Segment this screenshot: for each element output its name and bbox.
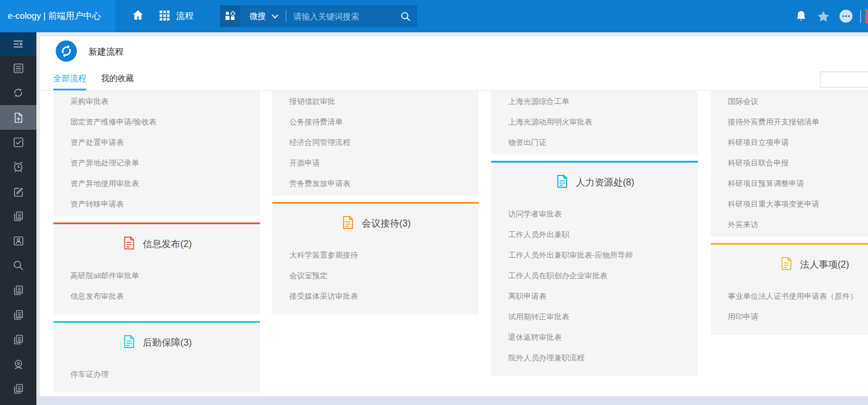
sidebar-item-pending[interactable] (0, 154, 36, 179)
home-button[interactable] (131, 9, 144, 24)
workflow-item[interactable]: 资产异地处理记录单 (53, 153, 260, 173)
workflow-item[interactable]: 用印申请 (711, 306, 868, 327)
workflow-item[interactable]: 公务接待费清单 (272, 112, 479, 132)
home-icon (131, 9, 144, 24)
workflow-item[interactable]: 院外人员办理兼职流程 (491, 347, 698, 368)
category-card: 人力资源处(8)访问学者审批表工作人员外出兼职工作人员外出兼职审批表-应物所导师… (491, 161, 698, 376)
document-icon (779, 256, 794, 274)
workflow-item[interactable]: 报销借款审批 (272, 91, 479, 112)
category-header[interactable]: 法人事项(2) (711, 245, 868, 274)
sidebar-item-docs-1[interactable] (0, 278, 36, 302)
workflow-item[interactable]: 退休返聘审批表 (491, 327, 698, 347)
workflow-circle-icon (56, 41, 77, 64)
copy-icon (12, 210, 25, 222)
navbar-right-icons (794, 0, 868, 32)
workflow-item[interactable]: 会议室预定 (272, 265, 479, 286)
workflow-item[interactable]: 停车证办理 (53, 364, 260, 384)
sidebar-item-workflow-sync[interactable] (0, 80, 36, 105)
todo-check-icon (12, 136, 25, 148)
copy-icon (12, 383, 25, 395)
sidebar-item-draft[interactable] (0, 179, 36, 204)
category-header[interactable]: 后勤保障(3) (53, 323, 260, 352)
category-title: 信息发布(2) (143, 238, 192, 251)
category-card-scrolled: 国际会议接待外宾费用开支报销清单科研项目立项申请科研项目联合申报科研项目预算调整… (711, 91, 868, 237)
bell-icon[interactable] (794, 9, 808, 23)
search-scope-icon[interactable] (220, 5, 240, 27)
tab-my-favorites[interactable]: 我的收藏 (101, 68, 134, 90)
document-icon (555, 174, 570, 191)
ellipsis-circle-icon[interactable] (839, 9, 853, 23)
sidebar-item-docs-2[interactable] (0, 302, 36, 327)
sidebar-item-contacts[interactable] (0, 228, 36, 253)
search-icon[interactable] (400, 11, 411, 22)
category-card-scrolled: 报销借款审批公务接待费清单经济合同管理流程开票申请劳务费发放申请表 (272, 91, 479, 195)
sidebar-item-docs-3[interactable] (0, 327, 36, 352)
left-sidebar (0, 32, 36, 405)
search-scope-label[interactable]: 微搜 (249, 11, 266, 22)
grid-menu-icon (158, 9, 171, 23)
workflow-item[interactable]: 科研项目重大事项变更申请 (711, 194, 868, 214)
chevron-down-icon[interactable] (271, 14, 279, 19)
workflow-item[interactable]: 开票申请 (272, 153, 479, 173)
document-icon (340, 215, 356, 232)
workflow-item[interactable]: 劳务费发放申请表 (272, 173, 479, 194)
workflow-item[interactable]: 科研项目立项申请 (711, 132, 868, 153)
sidebar-item-new-workflow[interactable] (0, 105, 36, 130)
workflow-item[interactable]: 科研项目预算调整申请 (711, 173, 868, 194)
workflow-item[interactable]: 科研项目联合申报 (711, 153, 868, 173)
sidebar-item-form[interactable] (0, 56, 36, 80)
workflow-item[interactable]: 资产转移申请表 (53, 194, 260, 214)
sidebar-item-monitor[interactable] (0, 352, 36, 376)
workflow-list: 国际会议接待外宾费用开支报销清单科研项目立项申请科研项目联合申报科研项目预算调整… (711, 91, 868, 235)
search-icon (12, 259, 25, 272)
workflow-item[interactable]: 工作人员外出兼职 (491, 224, 698, 245)
category-title: 人力资源处(8) (576, 177, 634, 189)
sidebar-item-menu-toggle[interactable] (0, 32, 36, 56)
workflow-item[interactable]: 经济合同管理流程 (272, 132, 479, 153)
alarm-clock-icon (12, 160, 25, 173)
star-icon[interactable] (816, 9, 830, 23)
workflow-item[interactable]: 上海光源动用明火审批表 (491, 112, 698, 132)
tab-all-workflows[interactable]: 全部流程 (53, 68, 86, 90)
category-header[interactable]: 会议接待(3) (272, 204, 479, 233)
workflow-item[interactable]: 物资出门证 (491, 132, 698, 153)
filter-search-input[interactable] (820, 72, 868, 87)
workflow-item[interactable]: 外宾来访 (711, 214, 868, 235)
workflow-item[interactable]: 工作人员外出兼职审批表-应物所导师 (491, 245, 698, 265)
top-navbar: e-cology | 前端用户中心 流程 微搜 (0, 0, 868, 32)
category-header[interactable]: 信息发布(2) (53, 224, 260, 254)
category-header[interactable]: 人力资源处(8) (491, 163, 698, 192)
nav-process[interactable]: 流程 (158, 9, 194, 23)
id-card-icon (12, 235, 25, 247)
avatar-edge[interactable] (865, 9, 868, 23)
workflow-item[interactable]: 大科学装置参观接待 (272, 245, 479, 265)
workflow-item[interactable]: 接待外宾费用开支报销清单 (711, 112, 868, 132)
workflow-list: 访问学者审批表工作人员外出兼职工作人员外出兼职审批表-应物所导师工作人员在职创办… (491, 204, 698, 368)
new-document-icon (12, 112, 25, 124)
workflow-item[interactable]: 国际会议 (711, 91, 868, 112)
workflow-item[interactable]: 离职申请表 (491, 286, 698, 306)
workflow-item[interactable]: 资产处置申请表 (53, 132, 260, 153)
category-card: 会议接待(3)大科学装置参观接待会议室预定接受媒体采访审批表 (272, 202, 479, 315)
workflow-item[interactable]: 工作人员在职创办企业审批表 (491, 265, 698, 286)
workflow-item[interactable]: 上海光源综合工单 (491, 91, 698, 112)
workflow-item[interactable]: 资产异地使用审批表 (53, 173, 260, 194)
workflow-item[interactable]: 信息发布审批表 (53, 286, 260, 306)
sidebar-item-todo[interactable] (0, 130, 36, 154)
workflow-item[interactable]: 接受媒体采访审批表 (272, 286, 479, 306)
sidebar-item-docs-4[interactable] (0, 376, 36, 401)
horizontal-scrollbar[interactable] (36, 396, 868, 405)
workflow-item[interactable]: 采购审批表 (53, 91, 260, 112)
workflow-item[interactable]: 事业单位法人证书使用申请表（原件） (711, 286, 868, 306)
workflow-item[interactable]: 固定资产维修申请/验收表 (53, 112, 260, 132)
workflow-item[interactable]: 访问学者审批表 (491, 204, 698, 224)
form-icon (12, 62, 25, 75)
workflow-item[interactable]: 高研院all邮件审批单 (53, 265, 260, 286)
keyword-search-input[interactable] (293, 12, 400, 21)
workflow-list: 报销借款审批公务接待费清单经济合同管理流程开票申请劳务费发放申请表 (272, 91, 479, 194)
brand-logo: e-cology | 前端用户中心 (0, 0, 115, 32)
sidebar-item-handled[interactable] (0, 204, 36, 228)
category-column-4: 国际会议接待外宾费用开支报销清单科研项目立项申请科研项目联合申报科研项目预算调整… (711, 91, 868, 342)
sidebar-item-search[interactable] (0, 253, 36, 278)
workflow-item[interactable]: 试用期转正审批表 (491, 306, 698, 327)
